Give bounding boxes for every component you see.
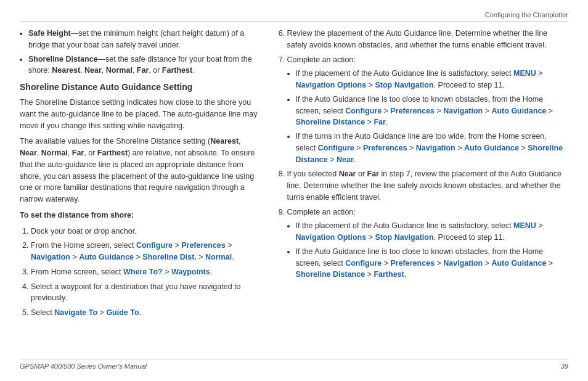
shoreline-distance-link-4: Shoreline Distance: [296, 270, 365, 279]
bullet-safe-height: Safe Height—set the minimum height (char…: [28, 28, 261, 51]
step-9-bullet-2: If the Auto Guidance line is too close t…: [296, 246, 568, 281]
step-4: Select a waypoint for a destination that…: [31, 281, 261, 305]
step-3: From Home screen, select Where To? > Way…: [31, 266, 261, 278]
preferences-link-1: Preferences: [181, 241, 226, 250]
menu-link-1: MENU: [513, 69, 536, 78]
footer-right: 39: [561, 363, 568, 370]
configure-link-2: Configure: [345, 107, 382, 115]
step-9-bullet-1: If the placement of the Auto Guidance li…: [296, 220, 568, 244]
configure-link-3: Configure: [318, 144, 354, 152]
step-7-bullet-3: If the turns in the Auto Guidance line a…: [296, 131, 568, 165]
shoreline-dist-link: Shoreline Dist.: [142, 253, 197, 261]
preferences-link-3: Preferences: [363, 144, 407, 152]
near-link: Near: [337, 155, 354, 164]
configure-link-1: Configure: [136, 241, 173, 250]
navigation-link-1: Navigation: [31, 253, 70, 261]
far-link: Far: [374, 118, 385, 126]
far-bold: Far: [367, 170, 379, 178]
configure-link-4: Configure: [345, 259, 382, 268]
auto-guidance-link-1: Auto Guidance: [79, 253, 134, 261]
step-6: Review the placement of the Auto Guidanc…: [287, 28, 568, 51]
step-7-bullet-1: If the placement of the Auto Guidance li…: [296, 68, 568, 91]
shoreline-distance-label: Shoreline Distance: [28, 55, 98, 63]
step-9: Complete an action: If the placement of …: [287, 207, 568, 281]
left-column: Safe Height—set the minimum height (char…: [20, 28, 261, 353]
preferences-link-2: Preferences: [390, 107, 435, 115]
right-steps-list: Review the placement of the Auto Guidanc…: [287, 28, 568, 281]
farthest-link: Farthest: [374, 270, 404, 279]
auto-guidance-link-2: Auto Guidance: [491, 107, 546, 115]
header-text: Configuring the Chartplotter: [485, 11, 568, 18]
step-1: Dock your boat or drop anchor.: [31, 226, 261, 237]
step-7-bullet-2: If the Auto Guidance line is too close t…: [296, 94, 568, 128]
footer-left: GPSMAP 400/500 Series Owner's Manual: [20, 363, 147, 370]
where-to-link: Where To?: [123, 268, 163, 276]
nav-options-link-1: Navigation Options: [296, 81, 367, 89]
page-header: Configuring the Chartplotter: [20, 11, 568, 22]
para2: The available values for the Shoreline D…: [20, 136, 261, 205]
right-column: Review the placement of the Auto Guidanc…: [276, 28, 568, 353]
navigation-link-4: Navigation: [443, 259, 483, 268]
step-7-bullets: If the placement of the Auto Guidance li…: [296, 68, 568, 165]
menu-link-2: MENU: [513, 221, 536, 230]
auto-guidance-link-3: Auto Guidance: [464, 144, 519, 152]
step-8: If you selected Near or Far in step 7, r…: [287, 168, 568, 203]
section-title: Shoreline Distance Auto Guidance Setting: [20, 81, 261, 94]
step-7: Complete an action: If the placement of …: [287, 54, 568, 166]
step-9-bullets: If the placement of the Auto Guidance li…: [296, 220, 568, 281]
bullet-shoreline-distance: Shoreline Distance—set the safe distance…: [28, 54, 261, 77]
page-footer: GPSMAP 400/500 Series Owner's Manual 39: [20, 359, 568, 370]
normal-link: Normal: [205, 253, 232, 261]
steps-heading: To set the distance from shore:: [20, 210, 261, 221]
step-5: Select Navigate To > Guide To.: [31, 307, 261, 319]
near-bold: Near: [339, 170, 356, 178]
stop-nav-link-1: Stop Navigation: [375, 81, 433, 89]
stop-nav-link-2: Stop Navigation: [375, 233, 433, 242]
para1: The Shoreline Distance setting indicates…: [20, 97, 261, 131]
navigation-link-2: Navigation: [443, 107, 483, 115]
steps-list: Dock your boat or drop anchor. From the …: [31, 226, 261, 319]
shoreline-distance-link-2: Shoreline Distance: [296, 118, 365, 126]
guide-to-link: Guide To: [106, 308, 139, 317]
nav-options-link-2: Navigation Options: [296, 233, 367, 242]
step-2: From the Home screen, select Configure >…: [31, 240, 261, 263]
navigate-to-link: Navigate To: [54, 308, 97, 317]
waypoints-link: Waypoints: [171, 268, 210, 276]
intro-bullets: Safe Height—set the minimum height (char…: [28, 28, 261, 76]
navigation-link-3: Navigation: [416, 144, 455, 152]
auto-guidance-link-4: Auto Guidance: [491, 259, 546, 268]
preferences-link-4: Preferences: [390, 259, 435, 268]
safe-height-label: Safe Height: [28, 29, 71, 38]
